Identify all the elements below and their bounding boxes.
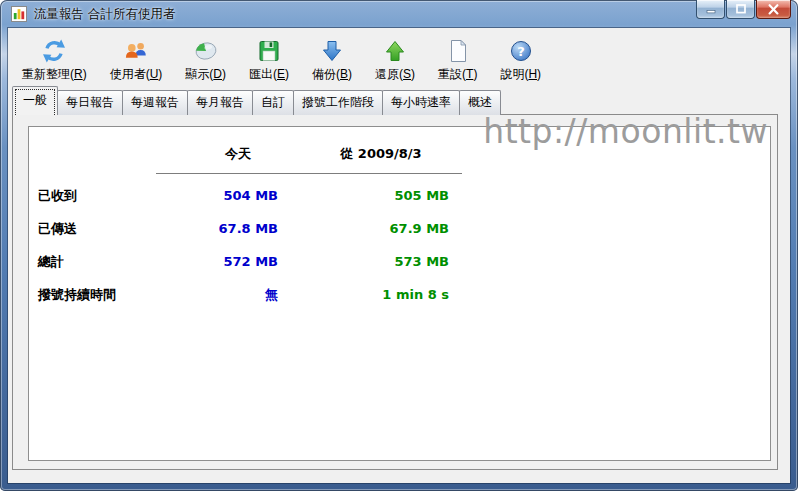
svg-text:?: ?	[517, 43, 525, 58]
tab-label: 概述	[468, 95, 492, 109]
accel-paren-close: )	[158, 67, 162, 81]
value-today-received: 504 MB	[156, 179, 284, 212]
accel-paren-close: )	[285, 67, 289, 81]
row-label-sent: 已傳送	[38, 212, 156, 245]
accel-paren-close: )	[348, 67, 352, 81]
help-button[interactable]: ?說明(H)	[493, 35, 548, 83]
accel-paren-close: )	[473, 67, 477, 81]
accel-key: H	[528, 67, 537, 81]
column-header-today: 今天	[156, 141, 284, 167]
users-icon	[122, 37, 150, 64]
value-today-dialup-duration: 無	[156, 278, 284, 311]
tab-daily-report[interactable]: 每日報告	[57, 90, 123, 115]
toolbar-label-text: 重設	[438, 67, 462, 81]
tab-monthly-report[interactable]: 每月報告	[187, 90, 253, 115]
app-window: 流量報告 合計所有使用者 重新整理(R)使用者(U)顯示(D)匯出(E)備份(B…	[0, 0, 798, 491]
backup-button[interactable]: 備份(B)	[305, 35, 359, 83]
accel-key: E	[277, 67, 285, 81]
tab-label: 每月報告	[196, 95, 244, 109]
toolbar-button-label: 還原(S)	[375, 66, 415, 83]
tab-label: 撥號工作階段	[302, 95, 374, 109]
header-separator-line	[156, 173, 462, 174]
help-icon: ?	[507, 37, 535, 64]
toolbar-button-label: 顯示(D)	[185, 66, 226, 83]
report-panel: 今天 從 2009/8/3 已收到504 MB505 MB已傳送67.8 MB6…	[28, 126, 771, 461]
value-today-total: 572 MB	[156, 245, 284, 278]
tab-label: 一般	[23, 93, 47, 107]
maximize-button[interactable]	[726, 0, 755, 19]
display-button[interactable]: 顯示(D)	[178, 35, 233, 83]
value-since-total: 573 MB	[284, 245, 462, 278]
users-button[interactable]: 使用者(U)	[103, 35, 170, 83]
tab-custom[interactable]: 自訂	[252, 90, 294, 115]
accel-key: R	[74, 67, 83, 81]
traffic-chart-icon	[11, 6, 27, 22]
maximize-icon	[735, 4, 747, 14]
tab-dialup-sessions[interactable]: 撥號工作階段	[293, 90, 383, 115]
toolbar-label-text: 還原	[375, 67, 399, 81]
toolbar-button-label: 重設(T)	[438, 66, 477, 83]
value-since-sent: 67.9 MB	[284, 212, 462, 245]
window-title: 流量報告 合計所有使用者	[34, 6, 175, 23]
row-label-received: 已收到	[38, 179, 156, 212]
column-header-since: 從 2009/8/3	[284, 141, 462, 167]
client-area: 重新整理(R)使用者(U)顯示(D)匯出(E)備份(B)還原(S)重設(T)?說…	[8, 28, 790, 483]
backup-icon	[318, 37, 346, 64]
export-button[interactable]: 匯出(E)	[242, 35, 296, 83]
tab-label: 自訂	[261, 95, 285, 109]
tab-hourly-rate[interactable]: 每小時速率	[382, 90, 460, 115]
value-since-dialup-duration: 1 min 8 s	[284, 278, 462, 311]
value-today-sent: 67.8 MB	[156, 212, 284, 245]
minimize-button[interactable]	[696, 0, 725, 19]
toolbar-label-text: 匯出	[249, 67, 273, 81]
close-button[interactable]	[756, 0, 791, 19]
toolbar-label-text: 重新整理	[22, 67, 70, 81]
tab-general[interactable]: 一般	[12, 86, 58, 115]
value-since-received: 505 MB	[284, 179, 462, 212]
accel-key: S	[403, 67, 411, 81]
toolbar-button-label: 使用者(U)	[110, 66, 163, 83]
tab-label: 每週報告	[131, 95, 179, 109]
tab-label: 每日報告	[66, 95, 114, 109]
reset-icon	[444, 37, 472, 64]
accel-paren-close: )	[411, 67, 415, 81]
toolbar-button-label: 匯出(E)	[249, 66, 289, 83]
close-icon	[767, 4, 780, 15]
report-table: 今天 從 2009/8/3 已收到504 MB505 MB已傳送67.8 MB6…	[38, 141, 770, 311]
refresh-button[interactable]: 重新整理(R)	[15, 35, 94, 83]
column-header-spacer	[38, 141, 156, 167]
restore-button[interactable]: 還原(S)	[368, 35, 422, 83]
toolbar-label-text: 說明	[500, 67, 524, 81]
export-icon	[255, 37, 283, 64]
toolbar-label-text: 備份	[312, 67, 336, 81]
toolbar-button-label: 重新整理(R)	[22, 66, 87, 83]
tab-label: 每小時速率	[391, 95, 451, 109]
tab-weekly-report[interactable]: 每週報告	[122, 90, 188, 115]
toolbar-label-text: 顯示	[185, 67, 209, 81]
toolbar-button-label: 說明(H)	[500, 66, 541, 83]
reset-button[interactable]: 重設(T)	[431, 35, 484, 83]
tab-panel-general: 今天 從 2009/8/3 已收到504 MB505 MB已傳送67.8 MB6…	[12, 114, 778, 470]
restore-icon	[381, 37, 409, 64]
display-icon	[192, 37, 220, 64]
row-label-total: 總計	[38, 245, 156, 278]
accel-key: D	[213, 67, 222, 81]
watermark: http://moonlit.tw	[483, 112, 768, 151]
toolbar-button-label: 備份(B)	[312, 66, 352, 83]
toolbar: 重新整理(R)使用者(U)顯示(D)匯出(E)備份(B)還原(S)重設(T)?說…	[8, 28, 790, 90]
toolbar-label-text: 使用者	[110, 67, 146, 81]
titlebar[interactable]: 流量報告 合計所有使用者	[0, 0, 798, 28]
refresh-icon	[40, 37, 68, 64]
accel-key: B	[340, 67, 348, 81]
accel-paren-close: )	[537, 67, 541, 81]
caption-buttons	[696, 0, 791, 19]
minimize-icon	[705, 4, 717, 14]
row-label-dialup-duration: 撥號持續時間	[38, 278, 156, 311]
accel-paren-close: )	[222, 67, 226, 81]
accel-paren-close: )	[83, 67, 87, 81]
